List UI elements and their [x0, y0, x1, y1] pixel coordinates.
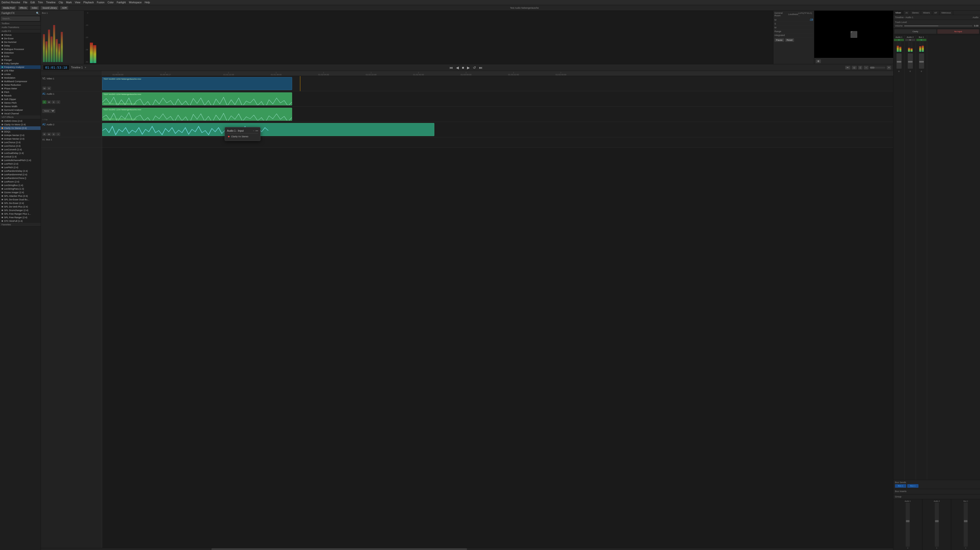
tab-af[interactable]: AF — [932, 11, 940, 15]
vst-izotope-nectar-1[interactable]: Izotope Nectar (2:4) — [0, 134, 41, 137]
vst-lexical[interactable]: Lexical (1:4) — [0, 155, 41, 159]
pause-button[interactable]: Pause — [775, 38, 784, 42]
vst-lex-string-bus[interactable]: LexStringBus (1:4) — [0, 183, 41, 187]
v1-solo-btn[interactable]: S — [47, 86, 51, 90]
stop-button[interactable]: ■ — [461, 65, 465, 70]
effect-de-esser[interactable]: De-Esser — [0, 37, 41, 40]
clip-a2-1[interactable] — [102, 123, 434, 136]
effect-multiband-compressor[interactable]: Multiband Compressor — [0, 79, 41, 83]
clip-v1-1[interactable]: TEST AUDIO 1234 Nebengeräusche.mov — [102, 77, 292, 90]
vst-izotope-nectar-2[interactable]: Izotope Nectar (2:4) — [0, 137, 41, 141]
index-button[interactable]: Index — [30, 6, 39, 10]
zoom-slider-minus[interactable]: − — [864, 66, 868, 70]
effect-pitch[interactable]: Pitch — [0, 91, 41, 94]
vst-lex-randomm-hal[interactable]: LexRandommHal (2:4) — [0, 173, 41, 176]
a2-solo-btn[interactable]: S — [52, 132, 56, 136]
snap-tool[interactable]: ⟨ — [858, 66, 862, 70]
menu-playback[interactable]: Playback — [83, 1, 94, 4]
dialog-dots-btn[interactable]: ••• — [255, 129, 258, 132]
vst-spl-de-esser[interactable]: SPL De-Esser (2:4) — [0, 201, 41, 205]
reset-button[interactable]: Reset — [785, 38, 794, 42]
bus-send-2[interactable]: Bus 1 — [907, 484, 918, 488]
effect-chorus[interactable]: Chorus — [0, 33, 41, 37]
vst-ddq1[interactable]: DDQ1 — [0, 130, 41, 134]
ch2-mute-btn[interactable]: M — [905, 39, 915, 41]
adr-button[interactable]: ADR — [60, 6, 68, 10]
tab-ai[interactable]: AI — [904, 11, 910, 15]
a1-routing-select[interactable]: None Bus 1 — [42, 109, 55, 113]
dialog-item-clarity[interactable]: Clarity Vx Stereo — [227, 135, 258, 138]
main-fader-a1[interactable] — [906, 502, 910, 547]
effect-modulation[interactable]: Modulation — [0, 76, 41, 79]
effect-noise-reduction[interactable]: Noise Reduction — [0, 83, 41, 87]
main-fader-a2[interactable] — [935, 502, 939, 547]
effect-surround-analyser[interactable]: Surround Analyser — [0, 108, 41, 112]
scrollbar-thumb[interactable] — [212, 548, 467, 550]
ch1-fader[interactable] — [897, 53, 902, 68]
vst-lex-chorus-2[interactable]: LexChorus (2:4) — [0, 144, 41, 148]
effect-vocal-channel[interactable]: Vocal Channel — [0, 112, 41, 115]
menu-file[interactable]: File — [23, 1, 27, 4]
v1-mute-btn[interactable]: M — [42, 86, 46, 90]
vst-spl-de-verb-plus[interactable]: SPL De-Verb Plus (2:4) — [0, 205, 41, 208]
effect-flanger[interactable]: Flanger — [0, 58, 41, 62]
vst-lex-chorus-1[interactable]: LexChorus (2:4) — [0, 141, 41, 144]
tab-mixer[interactable]: Mixer — [893, 11, 904, 15]
ruler-ticks[interactable]: 01:00:00:00 01:00:46:17 01:01:22:00 01:0… — [102, 71, 893, 76]
vst-lex-pitch-1[interactable]: LexPitch (2:4) — [0, 162, 41, 165]
effect-echo[interactable]: Echo — [0, 55, 41, 58]
track-content-scroll[interactable]: TEST AUDIO 1234 Nebengeräusche.mov TEST … — [102, 76, 893, 548]
a1-arm-btn[interactable]: R — [42, 100, 46, 104]
play-reverse-button[interactable]: ◀ — [455, 65, 460, 70]
effect-lfe-filter[interactable]: LFE Filter — [0, 69, 41, 73]
menu-fairlight[interactable]: Fairlight — [117, 1, 126, 4]
media-pool-button[interactable]: Media Pool — [2, 6, 16, 10]
tab-mixers[interactable]: Mixers — [921, 11, 932, 15]
vst-lex-multichannel-pitch[interactable]: LexMultichannelPitch (1:4) — [0, 159, 41, 162]
tab-metroxus[interactable]: Metroxus — [939, 11, 953, 15]
vst-spl-free-ranger-plus[interactable]: SPL Free Ranger Plus 1... — [0, 212, 41, 216]
vst-ozone-imager[interactable]: Ozone Imager (2:4) — [0, 191, 41, 194]
razor-tool[interactable]: ◇ — [852, 66, 857, 70]
go-to-end-button[interactable]: ⏭ — [478, 65, 484, 70]
vst-lex-random-delay[interactable]: LexRandomDelay (2:4) — [0, 169, 41, 173]
clip-a1-1[interactable]: TEST AUDIO 1234 Nebengeräusche.mov TEST … — [102, 92, 292, 105]
effect-limiter[interactable]: Limiter — [0, 73, 41, 76]
menu-color[interactable]: Color — [108, 1, 114, 4]
dialog-minus-btn[interactable]: − — [253, 129, 255, 132]
vst-spl-drumchanger[interactable]: SPL Drumchanger (2:4) — [0, 208, 41, 212]
a1-add-btn[interactable]: + — [56, 100, 60, 104]
effect-frequency-analyzer[interactable]: Frequency Analyzer — [0, 65, 41, 69]
effect-delay[interactable]: Delay — [0, 44, 41, 48]
ch3-mute-btn[interactable]: M — [916, 39, 926, 41]
a2-arm-btn[interactable]: R — [42, 132, 46, 136]
vst-lex-string-para[interactable]: LexStringPara (1:3) — [0, 187, 41, 191]
search-icon[interactable]: 🔍 — [36, 12, 39, 14]
vst-ammo-ores[interactable]: AMMO-Ores (2:4) — [0, 119, 41, 123]
effect-phase-meter[interactable]: Phase Meter — [0, 87, 41, 91]
volume-slider-track[interactable] — [904, 25, 972, 26]
menu-help[interactable]: Help — [145, 1, 150, 4]
a1-mute-btn[interactable]: M — [47, 100, 51, 104]
select-tool[interactable]: ✂ — [845, 66, 850, 70]
effect-soft-clipper[interactable]: Soft Clipper — [0, 97, 41, 101]
vst-lex-pitch-2[interactable]: LexPitch (2:4) — [0, 165, 41, 169]
effect-de-hummer[interactable]: De-Hummer — [0, 40, 41, 44]
menu-workspace[interactable]: Workspace — [129, 1, 142, 4]
loop-button[interactable]: ↺ — [472, 65, 477, 70]
main-fader-b1[interactable] — [964, 502, 968, 547]
zoom-slider[interactable] — [870, 67, 885, 68]
sound-library-button[interactable]: Sound Library — [41, 6, 58, 10]
go-to-start-button[interactable]: ⏮ — [449, 65, 454, 70]
menu-mark[interactable]: Mark — [66, 1, 72, 4]
vst-lex-dual-delay[interactable]: LexDualDelay (1:4) — [0, 151, 41, 155]
menu-view[interactable]: View — [75, 1, 80, 4]
effect-stereo-pitch[interactable]: Stereo Pitch — [0, 101, 41, 105]
search-input[interactable] — [1, 17, 40, 21]
vst-spl-de-esser-dual[interactable]: SPL De-Esser Dual Bu... — [0, 198, 41, 201]
effect-dialogue-processor[interactable]: Dialogue Processor — [0, 48, 41, 51]
horizontal-scrollbar[interactable] — [41, 548, 893, 550]
effect-stereo-width[interactable]: Stereo Width — [0, 105, 41, 108]
effect-foley-sampler[interactable]: Foley Sampler — [0, 62, 41, 65]
ch1-mute-btn[interactable]: M — [894, 39, 904, 41]
